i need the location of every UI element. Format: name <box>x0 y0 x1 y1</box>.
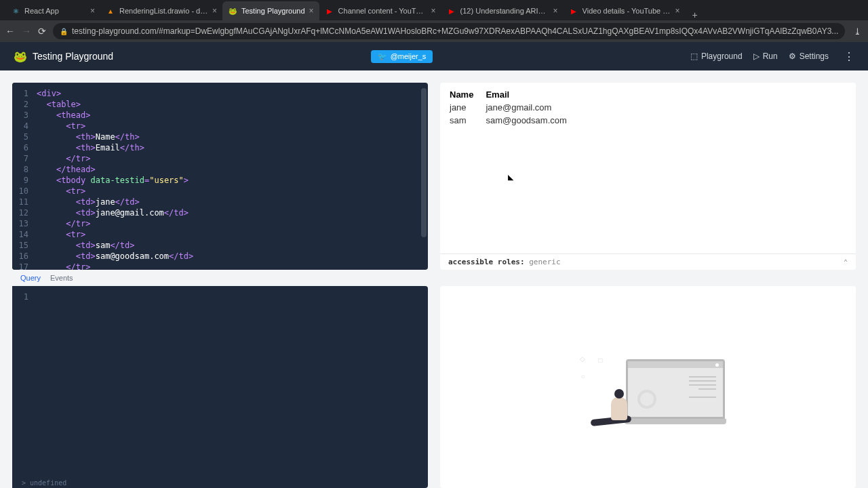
nav-back-icon[interactable]: ← <box>5 26 15 37</box>
table-row[interactable]: janejane@gmail.com <box>450 101 579 114</box>
main-content: 1234567891011121314151617 <div> <table> … <box>0 70 868 488</box>
query-editor[interactable]: 1 > undefined <box>12 286 428 488</box>
download-icon[interactable]: ⤓ <box>852 26 863 37</box>
nav-settings[interactable]: ⚙ Settings <box>789 52 829 61</box>
preview-panel: NameEmail janejane@gmail.comsamsam@goods… <box>440 83 856 270</box>
browser-tab[interactable]: ▶(12) Understanding ARIA Role× <box>441 1 564 20</box>
tab-title: (12) Understanding ARIA Role <box>460 7 549 15</box>
tab-query[interactable]: Query <box>20 274 41 282</box>
code-area[interactable] <box>33 286 428 488</box>
close-icon[interactable]: × <box>212 6 217 16</box>
gear-icon: ⚙ <box>789 52 796 61</box>
close-icon[interactable]: × <box>90 6 95 16</box>
playground-icon: ⬚ <box>690 52 698 61</box>
preview-body[interactable]: NameEmail janejane@gmail.comsamsam@goods… <box>440 83 856 253</box>
tab-title: RenderingList.drawio - draw. <box>119 7 208 15</box>
close-icon[interactable]: × <box>553 6 558 16</box>
browser-tab[interactable]: ▶Video details - YouTube Studio× <box>564 1 686 20</box>
browser-tab[interactable]: ▶Channel content - YouTube St× <box>319 1 441 20</box>
play-icon: ▷ <box>753 52 760 61</box>
nav-run[interactable]: ▷ Run <box>753 52 778 61</box>
favicon-icon: ▲ <box>106 6 115 16</box>
table-row[interactable]: samsam@goodsam.com <box>450 114 579 127</box>
mouse-cursor-icon: ◣ <box>508 173 513 182</box>
twitter-icon: 🐦 <box>378 52 387 61</box>
query-tabs: Query Events <box>12 274 856 282</box>
frog-icon: 🐸 <box>14 50 27 63</box>
nav-forward-icon[interactable]: → <box>22 26 31 37</box>
favicon-icon: 🐸 <box>228 6 237 16</box>
nav-reload-icon[interactable]: ⟳ <box>38 26 46 37</box>
line-gutter: 1234567891011121314151617 <box>12 83 33 270</box>
close-icon[interactable]: × <box>309 6 314 16</box>
favicon-icon: ▶ <box>447 6 456 16</box>
url-input[interactable]: 🔒 testing-playground.com/#markup=DwEwlgb… <box>53 23 845 39</box>
table-header: Name <box>450 88 486 101</box>
close-icon[interactable]: × <box>431 6 436 16</box>
kebab-menu-icon[interactable]: ⋮ <box>840 50 854 63</box>
tab-title: React App <box>24 7 86 15</box>
empty-state-illustration: ◇ □ ○ <box>570 350 726 424</box>
table-cell: jane@gmail.com <box>486 101 578 114</box>
table-cell: sam <box>450 114 486 127</box>
table-cell: sam@goodsam.com <box>486 114 578 127</box>
twitter-button[interactable]: 🐦 @meijer_s <box>371 50 433 63</box>
app-logo[interactable]: 🐸 Testing Playground <box>14 50 113 63</box>
lock-icon: 🔒 <box>60 28 68 35</box>
preview-table: NameEmail janejane@gmail.comsamsam@goods… <box>450 88 579 127</box>
browser-tab[interactable]: ▲RenderingList.drawio - draw.× <box>100 1 222 20</box>
browser-tab-bar: ⚛React App×▲RenderingList.drawio - draw.… <box>0 0 868 20</box>
accessible-roles-bar[interactable]: accessible roles: generic ⌃ <box>440 253 856 270</box>
tab-title: Channel content - YouTube St <box>338 7 427 15</box>
accessible-roles-value: generic <box>529 258 560 266</box>
tab-events[interactable]: Events <box>50 274 73 282</box>
accessible-roles-label: accessible roles: <box>448 258 525 266</box>
table-header: Email <box>486 88 578 101</box>
code-area[interactable]: <div> <table> <thead> <tr> <th>Name</th>… <box>33 83 428 270</box>
favicon-icon: ⚛ <box>11 6 20 16</box>
toolbar-icons: ⤓ ⇧ ☆ ◐ ◉ ✎ ✦ ▤ ◧ ⚙ ⋮ <box>852 26 868 37</box>
nav-playground[interactable]: ⬚ Playground <box>690 52 743 61</box>
result-panel: ◇ □ ○ <box>440 286 856 488</box>
table-cell: jane <box>450 101 486 114</box>
tab-title: Video details - YouTube Studio <box>583 7 671 15</box>
favicon-icon: ▶ <box>569 6 578 16</box>
line-gutter: 1 <box>12 286 33 488</box>
app-title: Testing Playground <box>33 51 113 62</box>
browser-tab[interactable]: 🐸Testing Playground× <box>222 1 319 20</box>
scrollbar[interactable] <box>421 88 427 237</box>
app-header: 🐸 Testing Playground 🐦 @meijer_s ⬚ Playg… <box>0 42 868 70</box>
url-text: testing-playground.com/#markup=DwEwlgbgf… <box>72 26 838 36</box>
markup-editor[interactable]: 1234567891011121314151617 <div> <table> … <box>12 83 428 270</box>
chevron-up-icon[interactable]: ⌃ <box>844 258 848 266</box>
close-icon[interactable]: × <box>675 6 680 16</box>
result-undefined: > undefined <box>22 479 66 487</box>
twitter-handle: @meijer_s <box>391 52 427 60</box>
browser-tab[interactable]: ⚛React App× <box>5 1 100 20</box>
favicon-icon: ▶ <box>325 6 334 16</box>
tab-title: Testing Playground <box>241 7 305 15</box>
new-tab-button[interactable]: + <box>686 9 705 20</box>
browser-address-bar: ← → ⟳ 🔒 testing-playground.com/#markup=D… <box>0 20 868 42</box>
